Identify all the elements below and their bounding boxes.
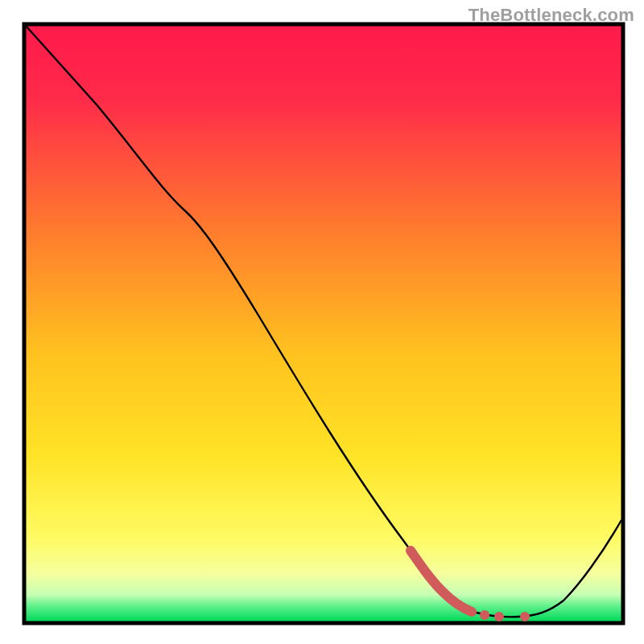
highlight-dot bbox=[494, 612, 504, 621]
chart-container: TheBottleneck.com bbox=[0, 0, 644, 644]
highlight-dot bbox=[520, 612, 530, 621]
highlight-dot bbox=[480, 610, 489, 620]
chart-svg bbox=[0, 0, 644, 644]
watermark-text: TheBottleneck.com bbox=[469, 5, 634, 26]
plot-gradient bbox=[26, 26, 621, 621]
